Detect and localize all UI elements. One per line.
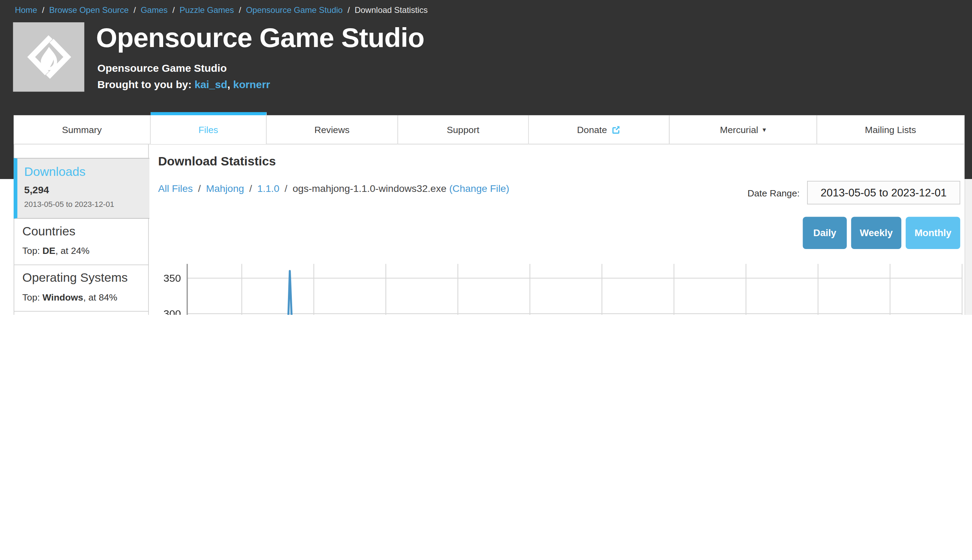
tab-label: Reviews <box>315 124 350 135</box>
date-range-label: Date Range: <box>694 188 800 198</box>
tab-bar: SummaryFilesReviewsSupportDonateMercuria… <box>13 112 965 144</box>
downloads-date-range: 2013-05-05 to 2023-12-01 <box>24 200 149 209</box>
sidebar-os-title: Operating Systems <box>22 271 149 285</box>
file-breadcrumb-separator: / <box>279 183 293 194</box>
countries-top-stat: Top: DE, at 24% <box>22 245 149 256</box>
tab-label: Mercurial <box>720 124 758 135</box>
maintainer-link[interactable]: kornerr <box>233 79 270 90</box>
sidebar-downloads-title: Downloads <box>24 165 149 179</box>
breadcrumb-link[interactable]: Home <box>15 5 37 15</box>
breadcrumb-link[interactable]: Opensource Game Studio <box>246 5 343 15</box>
external-link-icon <box>612 125 621 134</box>
stats-main: Download Statistics All Files / Mahjong … <box>149 144 965 315</box>
os-top-stat: Top: Windows, at 84% <box>22 292 149 302</box>
breadcrumb-separator: / <box>234 5 246 15</box>
file-breadcrumb: All Files / Mahjong / 1.1.0 / ogs-mahjon… <box>158 183 509 195</box>
downloads-total: 5,294 <box>24 185 149 196</box>
breadcrumb-separator: / <box>37 5 49 15</box>
sidebar-item-countries[interactable]: Countries Top: DE, at 24% <box>14 219 149 265</box>
breadcrumb-link[interactable]: Browse Open Source <box>49 5 129 15</box>
daily-button[interactable]: Daily <box>803 217 847 249</box>
tab-support[interactable]: Support <box>398 115 529 145</box>
sidebar: Downloads 5,294 2013-05-05 to 2023-12-01… <box>13 144 149 315</box>
weekly-button[interactable]: Weekly <box>851 217 901 249</box>
tab-label: Support <box>447 124 479 135</box>
breadcrumb-separator: / <box>343 5 355 15</box>
file-breadcrumb-separator: / <box>193 183 206 194</box>
file-breadcrumb-link[interactable]: All Files <box>158 183 193 194</box>
project-title: Opensource Game Studio <box>96 22 424 53</box>
file-breadcrumb-current: ogs-mahjong-1.1.0-windows32.exe <box>293 183 449 194</box>
caret-down-icon: ▾ <box>763 125 766 133</box>
maintainer-links: kai_sd, kornerr <box>194 79 270 90</box>
breadcrumb: Home / Browse Open Source / Games / Puzz… <box>15 5 428 15</box>
tab-mailing-lists[interactable]: Mailing Lists <box>817 115 964 145</box>
sidebar-countries-title: Countries <box>22 224 149 238</box>
content-card: Downloads 5,294 2013-05-05 to 2023-12-01… <box>13 144 965 315</box>
file-breadcrumb-separator: / <box>244 183 257 194</box>
file-breadcrumb-link[interactable]: 1.1.0 <box>257 183 279 194</box>
sidebar-item-downloads[interactable]: Downloads 5,294 2013-05-05 to 2023-12-01 <box>13 158 149 219</box>
page-margin-strip <box>965 179 972 315</box>
project-logo <box>13 22 84 92</box>
tab-label: Summary <box>62 124 102 135</box>
period-buttons: DailyWeeklyMonthly <box>803 217 960 249</box>
tab-files[interactable]: Files <box>151 112 266 144</box>
tab-label: Mailing Lists <box>865 124 916 135</box>
breadcrumb-link[interactable]: Games <box>141 5 167 15</box>
download-statistics-page: Home / Browse Open Source / Games / Puzz… <box>0 0 972 315</box>
maintainer-separator: , <box>227 79 233 90</box>
page-title: Download Statistics <box>158 154 276 168</box>
date-range-input[interactable] <box>807 181 960 205</box>
tab-mercurial[interactable]: Mercurial▾ <box>669 115 817 145</box>
tab-label: Files <box>198 125 218 135</box>
change-file-link[interactable]: (Change File) <box>449 183 509 194</box>
tab-donate[interactable]: Donate <box>529 115 670 145</box>
breadcrumb-separator: / <box>129 5 141 15</box>
project-subtitle: Opensource Game Studio <box>97 63 227 75</box>
brought-to-you-by: Brought to you by: kai_sd, kornerr <box>97 79 270 91</box>
file-breadcrumb-link[interactable]: Mahjong <box>206 183 244 194</box>
breadcrumb-current: Download Statistics <box>355 5 427 15</box>
tab-summary[interactable]: Summary <box>13 115 151 145</box>
brought-by-label: Brought to you by: <box>97 79 191 90</box>
tab-label: Donate <box>577 124 607 135</box>
breadcrumb-separator: / <box>168 5 179 15</box>
sidebar-item-operating-systems[interactable]: Operating Systems Top: Windows, at 84% <box>14 265 149 311</box>
breadcrumb-link[interactable]: Puzzle Games <box>179 5 234 15</box>
flame-diamond-icon <box>23 32 74 83</box>
monthly-button[interactable]: Monthly <box>906 217 960 249</box>
tab-reviews[interactable]: Reviews <box>267 115 398 145</box>
maintainer-link[interactable]: kai_sd <box>194 79 227 90</box>
